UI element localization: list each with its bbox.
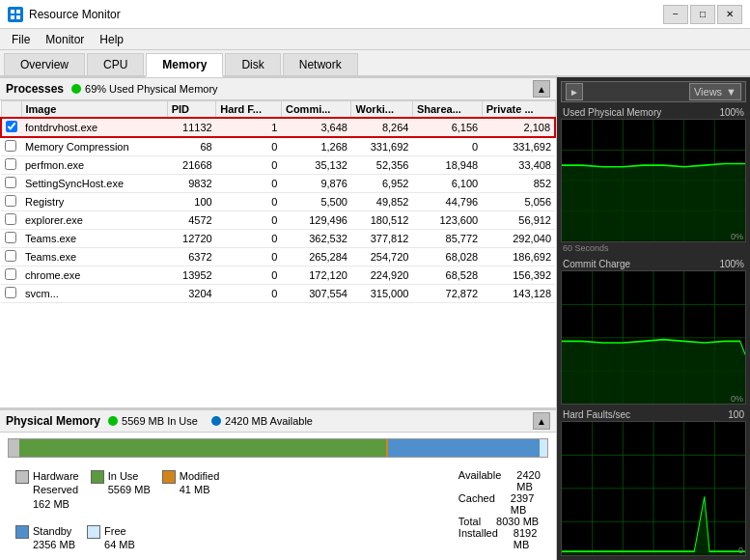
status-dot-green xyxy=(71,84,81,94)
legend-standby: Standby2356 MB xyxy=(15,524,75,554)
col-shareable[interactable]: Sharea... xyxy=(412,101,482,119)
table-row[interactable]: Teams.exe 12720 0 362,532 377,812 85,772… xyxy=(1,230,555,248)
table-row[interactable]: Memory Compression 68 0 1,268 331,692 0 … xyxy=(1,137,555,156)
row-private: 292,040 xyxy=(482,230,555,248)
svg-rect-0 xyxy=(11,10,14,14)
minimize-button[interactable]: − xyxy=(663,5,688,24)
right-panel: ► Views ▼ Used Physical Memory 100% xyxy=(557,77,750,560)
mem-standby xyxy=(388,439,539,457)
row-commit: 1,268 xyxy=(281,137,351,156)
row-pid: 68 xyxy=(167,137,215,156)
col-commit[interactable]: Commi... xyxy=(281,101,351,119)
close-button[interactable]: ✕ xyxy=(717,5,742,24)
row-working: 377,812 xyxy=(351,230,412,248)
processes-collapse-btn[interactable]: ▲ xyxy=(533,80,550,98)
tab-memory[interactable]: Memory xyxy=(146,53,223,77)
physical-memory-status: 5569 MB In Use 2420 MB Available xyxy=(108,415,313,427)
col-pid[interactable]: PID xyxy=(167,101,215,119)
menu-file[interactable]: File xyxy=(4,31,38,47)
process-table[interactable]: Image PID Hard F... Commi... Worki... Sh… xyxy=(0,100,556,407)
tab-network[interactable]: Network xyxy=(283,53,358,75)
menu-monitor[interactable]: Monitor xyxy=(38,31,92,47)
col-hardf[interactable]: Hard F... xyxy=(216,101,282,119)
row-working: 52,356 xyxy=(351,156,412,175)
legend-hardware: HardwareReserved162 MB xyxy=(15,469,79,513)
row-commit: 265,284 xyxy=(281,248,351,266)
row-private: 2,108 xyxy=(482,118,555,137)
physical-memory-header: Physical Memory 5569 MB In Use 2420 MB A… xyxy=(0,409,556,433)
memory-bar-container xyxy=(0,433,556,463)
chart-commit-svg xyxy=(562,271,745,405)
row-checkbox[interactable] xyxy=(1,211,21,230)
row-commit: 35,132 xyxy=(281,156,351,175)
col-working[interactable]: Worki... xyxy=(351,101,412,119)
row-pid: 100 xyxy=(167,193,215,211)
processes-status: 69% Used Physical Memory xyxy=(71,83,218,95)
row-checkbox[interactable] xyxy=(1,118,21,137)
menu-help[interactable]: Help xyxy=(92,31,131,47)
row-hardf: 0 xyxy=(216,175,282,193)
row-checkbox[interactable] xyxy=(1,266,21,285)
row-working: 49,852 xyxy=(351,193,412,211)
processes-title: Processes xyxy=(6,82,64,96)
row-shareable: 0 xyxy=(412,137,482,156)
row-image: fontdrvhost.exe xyxy=(21,118,167,137)
views-button[interactable]: Views ▼ xyxy=(689,83,741,100)
row-checkbox[interactable] xyxy=(1,285,21,303)
tab-overview[interactable]: Overview xyxy=(4,53,85,75)
table-row[interactable]: perfmon.exe 21668 0 35,132 52,356 18,948… xyxy=(1,156,555,175)
col-image[interactable]: Image xyxy=(21,101,167,119)
chart-physical-canvas: 0% xyxy=(561,119,746,242)
available-text: 2420 MB Available xyxy=(225,415,313,427)
table-row[interactable]: SettingSyncHost.exe 9832 0 9,876 6,952 6… xyxy=(1,175,555,193)
tab-disk[interactable]: Disk xyxy=(225,53,280,75)
right-panel-header: ► Views ▼ xyxy=(561,81,746,102)
row-image: SettingSyncHost.exe xyxy=(21,175,167,193)
legend-modified: Modified41 MB xyxy=(162,469,220,513)
table-row[interactable]: Registry 100 0 5,500 49,852 44,796 5,056 xyxy=(1,193,555,211)
physical-memory-collapse-btn[interactable]: ▲ xyxy=(533,412,550,430)
row-working: 315,000 xyxy=(351,285,412,303)
row-shareable: 68,528 xyxy=(412,266,482,285)
svg-rect-1 xyxy=(16,10,20,14)
chart-hardfaults-svg xyxy=(562,422,745,555)
stat-cached: Cached 2397 MB xyxy=(458,492,541,516)
row-working: 8,264 xyxy=(351,118,412,137)
table-row[interactable]: fontdrvhost.exe 11132 1 3,648 8,264 6,15… xyxy=(1,118,555,137)
tab-cpu[interactable]: CPU xyxy=(87,53,144,75)
row-commit: 362,532 xyxy=(281,230,351,248)
row-working: 254,720 xyxy=(351,248,412,266)
row-image: Teams.exe xyxy=(21,248,167,266)
row-private: 143,128 xyxy=(482,285,555,303)
row-checkbox[interactable] xyxy=(1,193,21,211)
row-commit: 9,876 xyxy=(281,175,351,193)
row-pid: 11132 xyxy=(167,118,215,137)
table-row[interactable]: Teams.exe 6372 0 265,284 254,720 68,028 … xyxy=(1,248,555,266)
row-checkbox[interactable] xyxy=(1,175,21,193)
row-checkbox[interactable] xyxy=(1,230,21,248)
legend-inuse: In Use5569 MB xyxy=(91,469,151,513)
row-pid: 6372 xyxy=(167,248,215,266)
stat-total: Total 8030 MB xyxy=(458,516,541,527)
row-pid: 4572 xyxy=(167,211,215,230)
window-controls: − □ ✕ xyxy=(663,5,742,24)
legend-inuse-box xyxy=(91,470,104,484)
row-checkbox[interactable] xyxy=(1,248,21,266)
tab-bar: Overview CPU Memory Disk Network xyxy=(0,50,750,77)
table-row[interactable]: svcm... 3204 0 307,554 315,000 72,872 14… xyxy=(1,285,555,303)
maximize-button[interactable]: □ xyxy=(690,5,715,24)
chart-hardfaults-zero: 0 xyxy=(738,546,743,555)
expand-button[interactable]: ► xyxy=(566,83,583,100)
row-private: 156,392 xyxy=(482,266,555,285)
table-row[interactable]: explorer.exe 4572 0 129,496 180,512 123,… xyxy=(1,211,555,230)
row-checkbox[interactable] xyxy=(1,137,21,156)
row-checkbox[interactable] xyxy=(1,156,21,175)
memory-legend: HardwareReserved162 MB In Use5569 MB Mod… xyxy=(8,465,296,558)
physical-memory-title: Physical Memory xyxy=(6,414,100,428)
col-private[interactable]: Private ... xyxy=(482,101,555,119)
table-row[interactable]: chrome.exe 13952 0 172,120 224,920 68,52… xyxy=(1,266,555,285)
legend-free-box xyxy=(87,525,100,539)
svg-rect-3 xyxy=(16,15,20,19)
chart-physical-memory: Used Physical Memory 100% xyxy=(561,106,746,254)
row-hardf: 0 xyxy=(216,156,282,175)
